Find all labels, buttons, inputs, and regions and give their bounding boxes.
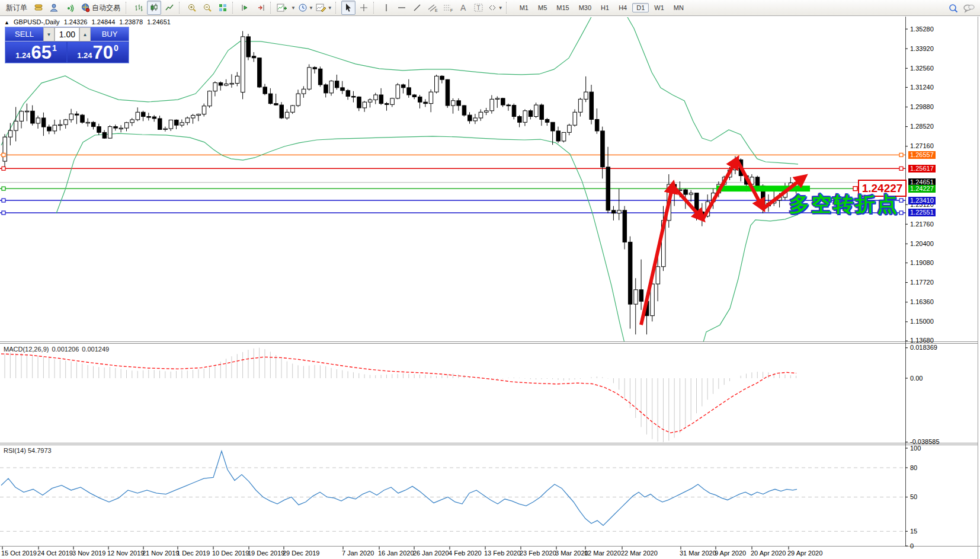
- price-tick: 1.28520: [908, 123, 936, 130]
- date-label: 3 Nov 2019: [72, 550, 105, 557]
- date-label: 16 Jan 2020: [378, 550, 414, 557]
- date-label: 29 Apr 2020: [787, 550, 822, 557]
- rsi-scale-label: 100: [908, 445, 923, 452]
- price-tick: 1.20400: [908, 240, 936, 248]
- date-label: 15 Oct 2019: [1, 550, 37, 557]
- price-level-label: 1.26557: [908, 151, 936, 159]
- price-tick: 1.32560: [908, 65, 936, 72]
- chart-canvas[interactable]: [0, 0, 980, 559]
- rsi-label: RSI(14) 54.7973: [4, 447, 55, 454]
- price-level-label: 1.22551: [908, 209, 936, 216]
- price-tick: 1.31240: [908, 84, 936, 91]
- mt4-window: 新订单 自动交易 ▼ ▼ ▼ E F A T ▼ M: [0, 0, 980, 559]
- date-label: 20 Apr 2020: [751, 550, 786, 557]
- rsi-scale-label: 0: [908, 542, 915, 550]
- price-tick: 1.17720: [908, 279, 936, 286]
- price-level-label: 1.24227: [908, 185, 936, 193]
- date-label: 12 Mar 2020: [584, 550, 621, 557]
- rsi-scale-label: 80: [908, 464, 919, 472]
- price-level-label: 1.23410: [908, 197, 936, 205]
- price-tick: 1.19080: [908, 259, 936, 267]
- macd-value-2: 0.001249: [82, 346, 109, 353]
- date-label: 24 Oct 2019: [37, 550, 73, 557]
- date-label: 10 Dec 2019: [212, 550, 249, 557]
- date-label: 4 Feb 2020: [449, 550, 482, 557]
- date-label: 7 Jan 2020: [342, 550, 374, 557]
- date-label: 13 Feb 2020: [484, 550, 521, 557]
- macd-scale-label: 0.00: [908, 375, 924, 382]
- macd-value-1: 0.001206: [52, 346, 79, 353]
- date-label: 26 Jan 2020: [413, 550, 449, 557]
- price-tick: 1.35280: [908, 25, 936, 33]
- price-tick: 1.21760: [908, 221, 936, 228]
- price-tick: 1.33920: [908, 45, 936, 53]
- annotation-text[interactable]: 多空转折点: [789, 191, 899, 218]
- price-tick: 1.29880: [908, 103, 936, 111]
- date-label: 21 Nov 2019: [142, 550, 179, 557]
- date-label: 23 Feb 2020: [520, 550, 556, 557]
- rsi-scale-label: 50: [908, 493, 919, 501]
- date-label: 12 Nov 2019: [107, 550, 144, 557]
- price-tick: 1.15000: [908, 318, 936, 325]
- macd-label: MACD(12,26,9)0.0012060.001249: [4, 346, 112, 353]
- date-label: 31 Mar 2020: [680, 550, 716, 557]
- date-label: 9 Apr 2020: [715, 550, 746, 557]
- price-tick: 1.27160: [908, 142, 936, 150]
- price-level-label: 1.25617: [908, 165, 936, 173]
- date-label: 3 Mar 2020: [555, 550, 588, 557]
- date-label: 1 Dec 2019: [177, 550, 210, 557]
- price-tick: 1.16360: [908, 298, 936, 306]
- date-label: 29 Dec 2019: [283, 550, 319, 557]
- macd-scale-label: 0.018369: [908, 344, 939, 352]
- rsi-scale-label: 15: [908, 528, 919, 535]
- date-label: 19 Dec 2019: [248, 550, 284, 557]
- date-label: 22 Mar 2020: [621, 550, 658, 557]
